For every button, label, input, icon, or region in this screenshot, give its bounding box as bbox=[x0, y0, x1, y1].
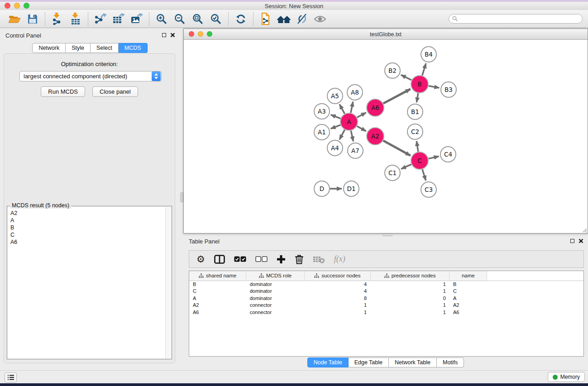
graph-node-A7[interactable]: A7 bbox=[348, 143, 363, 158]
table-cell[interactable]: 1 bbox=[305, 309, 371, 316]
tab-network[interactable]: Network bbox=[32, 43, 66, 53]
table-row[interactable]: Cdominator41C bbox=[189, 288, 583, 295]
task-history-button[interactable] bbox=[5, 372, 17, 382]
graph-edge-B-B3[interactable] bbox=[429, 86, 440, 88]
table-cell[interactable]: dominator bbox=[246, 288, 305, 295]
resize-grip-icon[interactable] bbox=[582, 227, 587, 233]
network-canvas[interactable]: B4B2BB3A8A5A6A3B1AC2A1A2A4A7C4CC1DD1C3 bbox=[184, 40, 588, 233]
zoom-in-icon[interactable] bbox=[153, 11, 171, 27]
network-window-titlebar[interactable]: testGlobe.txt bbox=[184, 29, 588, 40]
delete-column-icon[interactable] bbox=[295, 254, 304, 264]
float-table-panel-icon[interactable] bbox=[570, 239, 574, 243]
zoom-network-icon[interactable] bbox=[207, 31, 212, 37]
tab-style[interactable]: Style bbox=[66, 43, 91, 53]
graph-node-B4[interactable]: B4 bbox=[421, 47, 436, 62]
zoom-selected-icon[interactable] bbox=[207, 11, 225, 27]
minimize-network-icon[interactable] bbox=[198, 31, 203, 37]
memory-button[interactable]: Memory bbox=[548, 372, 585, 382]
scrollbar[interactable] bbox=[165, 207, 171, 358]
function-builder-icon[interactable]: f(x) bbox=[334, 254, 345, 264]
mcds-result-item[interactable]: C bbox=[10, 231, 162, 238]
table-cell[interactable]: dominator bbox=[246, 281, 305, 288]
table-cell[interactable]: 4 bbox=[305, 288, 371, 295]
vertical-splitter-handle[interactable] bbox=[180, 192, 183, 202]
graph-edge-A6-B[interactable] bbox=[383, 89, 411, 104]
table-row[interactable]: A2connector11A2 bbox=[189, 302, 583, 309]
mcds-result-item[interactable]: A2 bbox=[10, 210, 162, 217]
tab-edge-table[interactable]: Edge Table bbox=[349, 357, 389, 367]
graph-node-B1[interactable]: B1 bbox=[407, 104, 423, 119]
graph-edge-C-C2[interactable] bbox=[416, 141, 418, 152]
graph-node-B3[interactable]: B3 bbox=[441, 82, 456, 97]
export-table-icon[interactable] bbox=[110, 11, 128, 27]
table-cell[interactable]: A6 bbox=[189, 309, 246, 316]
graph-edge-A-A6[interactable] bbox=[357, 113, 366, 118]
open-file-icon[interactable] bbox=[5, 11, 24, 27]
table-cell[interactable]: 0 bbox=[370, 295, 449, 302]
table-row[interactable]: Adominator80A bbox=[189, 295, 583, 302]
column-header-shared-name[interactable]: shared name bbox=[189, 271, 246, 281]
close-network-icon[interactable] bbox=[189, 31, 194, 37]
graph-edge-B-B1[interactable] bbox=[416, 93, 418, 103]
table-cell[interactable]: dominator bbox=[246, 295, 305, 302]
graph-edge-A-A3[interactable] bbox=[331, 115, 341, 119]
graph-node-A1[interactable]: A1 bbox=[314, 124, 330, 140]
graph-node-A[interactable]: A bbox=[340, 113, 358, 130]
graph-node-C3[interactable]: C3 bbox=[421, 182, 436, 197]
graph-node-C2[interactable]: C2 bbox=[407, 124, 423, 139]
delete-table-icon[interactable] bbox=[313, 255, 325, 263]
column-header-name[interactable]: name bbox=[449, 271, 487, 281]
graph-edge-C-C4[interactable] bbox=[429, 157, 439, 159]
table-cell[interactable]: C bbox=[189, 288, 246, 295]
graph-edge-A2-C[interactable] bbox=[383, 141, 411, 156]
graph-edge-A-A8[interactable] bbox=[351, 102, 353, 113]
close-table-panel-icon[interactable] bbox=[578, 238, 583, 243]
graph-edge-A-A2[interactable] bbox=[357, 126, 366, 131]
table-cell[interactable]: B bbox=[449, 281, 487, 288]
graph-node-A2[interactable]: A2 bbox=[367, 128, 384, 145]
graph-edge-A-A4[interactable] bbox=[339, 130, 345, 140]
save-session-icon[interactable] bbox=[24, 11, 42, 27]
select-all-icon[interactable] bbox=[234, 256, 246, 262]
table-cell[interactable]: 8 bbox=[305, 295, 371, 302]
import-table-icon[interactable] bbox=[67, 11, 85, 27]
close-panel-icon[interactable] bbox=[170, 33, 175, 38]
import-network-icon[interactable] bbox=[48, 11, 67, 27]
table-cell[interactable]: A2 bbox=[189, 302, 246, 309]
mcds-result-item[interactable]: A bbox=[10, 217, 162, 224]
graph-node-D[interactable]: D bbox=[314, 181, 330, 196]
graph-node-C1[interactable]: C1 bbox=[385, 165, 400, 181]
graph-edge-C-C3[interactable] bbox=[422, 169, 426, 181]
zoom-window-icon[interactable] bbox=[24, 3, 29, 9]
mcds-result-item[interactable]: A6 bbox=[10, 238, 162, 246]
table-cell[interactable]: B bbox=[189, 281, 246, 288]
table-row[interactable]: Bdominator41B bbox=[189, 281, 583, 288]
cybrowser-home-icon[interactable] bbox=[275, 11, 293, 27]
graph-node-A3[interactable]: A3 bbox=[314, 104, 330, 119]
column-header-predecessor-nodes[interactable]: predecessor nodes bbox=[370, 271, 449, 281]
graph-node-C[interactable]: C bbox=[411, 152, 428, 169]
graph-edge-A-A1[interactable] bbox=[331, 125, 341, 129]
graph-node-A5[interactable]: A5 bbox=[327, 88, 343, 104]
float-panel-icon[interactable] bbox=[162, 33, 166, 37]
tab-mcds[interactable]: MCDS bbox=[119, 43, 148, 53]
search-field[interactable] bbox=[449, 14, 583, 24]
table-cell[interactable]: C bbox=[449, 288, 487, 295]
graph-edge-A-A7[interactable] bbox=[351, 131, 353, 142]
search-input[interactable] bbox=[458, 16, 579, 22]
graph-node-A4[interactable]: A4 bbox=[327, 140, 343, 156]
table-cell[interactable]: A bbox=[449, 295, 487, 302]
table-cell[interactable]: A6 bbox=[449, 309, 487, 316]
table-cell[interactable]: connector bbox=[246, 309, 305, 316]
zoom-fit-icon[interactable] bbox=[189, 11, 207, 27]
visual-mapping-icon[interactable] bbox=[293, 11, 311, 27]
table-cell[interactable]: 1 bbox=[305, 302, 371, 309]
graph-node-D1[interactable]: D1 bbox=[344, 181, 359, 196]
graph-node-A8[interactable]: A8 bbox=[347, 85, 363, 100]
graph-edge-B-B4[interactable] bbox=[422, 63, 426, 76]
graph-node-B[interactable]: B bbox=[411, 76, 428, 93]
table-cell[interactable]: 1 bbox=[370, 288, 449, 295]
column-header-successor-nodes[interactable]: successor nodes bbox=[305, 271, 371, 281]
table-cell[interactable]: 1 bbox=[370, 302, 449, 309]
refresh-icon[interactable] bbox=[232, 11, 250, 27]
